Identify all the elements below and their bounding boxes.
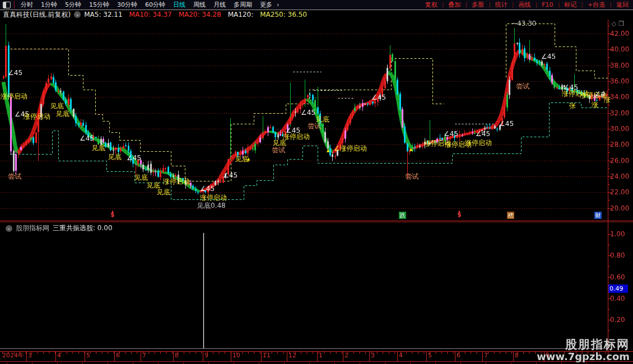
chart-annotation: 见底: [134, 174, 148, 181]
chart-annotation: ∠45: [301, 109, 315, 116]
axis-month-label: 1: [319, 352, 323, 358]
axis-month-label: 8: [175, 352, 179, 358]
chart-annotation: 尝试: [516, 83, 529, 90]
indicator-axis-label: 0.40: [610, 295, 625, 302]
chart-annotation: ∠45: [499, 120, 514, 127]
axis-month-label: 4: [57, 352, 61, 358]
price-axis-label: 36.00: [610, 78, 629, 85]
event-badge-跌[interactable]: 跌: [399, 212, 406, 219]
chart-annotation: ∠涨停启动: [334, 145, 367, 152]
axis-month-label: 10: [232, 352, 240, 358]
chart-annotation: ∠45: [444, 130, 458, 137]
menu-item-15分钟[interactable]: 15分钟: [85, 1, 113, 8]
menubar-divider: [14, 1, 15, 8]
axis-month-label: 6: [457, 352, 460, 358]
tool-item-叠加[interactable]: 叠加: [444, 1, 465, 9]
axis-month-label: 7: [484, 352, 488, 358]
chart-annotation: ∠45: [541, 53, 556, 60]
ma-value: MA120:: [228, 11, 254, 18]
axis-month-label: 7: [142, 352, 146, 358]
menu-item-更多[interactable]: 更多: [256, 1, 276, 8]
indicator-axis-label: 0.20: [610, 316, 625, 323]
chart-annotation: 涨停启动: [163, 178, 190, 185]
more-arrow-icon[interactable]: ›: [276, 1, 279, 8]
chart-annotation: 涨停启动: [200, 194, 227, 201]
signal-triangle-icon: ▲: [247, 157, 250, 161]
price-axis-label: 28.00: [610, 141, 629, 148]
axis-month-label: 5: [86, 352, 90, 358]
chevron-down-icon[interactable]: ⌄: [74, 11, 81, 18]
chart-annotation: ∠45: [371, 94, 386, 101]
tool-item-标记[interactable]: 标记: [560, 1, 581, 9]
watermark: 股朋指标网 www.7gpzb.com: [537, 338, 630, 362]
chart-canvas[interactable]: [0, 0, 633, 364]
chart-annotation: 张: [569, 102, 576, 109]
menu-item-1分钟[interactable]: 1分钟: [37, 1, 61, 8]
menu-item-多周期[interactable]: 多周期: [230, 1, 256, 8]
axis-month-label: 6: [116, 352, 120, 358]
axis-year-label: 2024年: [2, 352, 24, 358]
event-badge-财[interactable]: 财: [594, 212, 602, 219]
price-axis-label: 24.00: [610, 173, 629, 180]
chart-annotation: 见底0.48: [197, 202, 226, 209]
indicator-value-box: 0.49: [608, 284, 628, 293]
chart-annotation: 见底: [56, 110, 69, 117]
chart-annotation: 涨停启动: [465, 139, 492, 146]
price-axis-label: 40.00: [610, 46, 629, 53]
chevron-down-icon[interactable]: ⌄: [6, 225, 12, 232]
chart-annotation: 尝试: [272, 147, 285, 153]
price-axis-label: 42.00: [610, 30, 629, 37]
menu-item-5分钟[interactable]: 5分钟: [61, 1, 85, 8]
ma-value: MA5: 32.11: [84, 11, 122, 18]
tool-item-+自选[interactable]: +自选: [583, 1, 609, 9]
signal-triangle-icon: ▲: [409, 148, 412, 152]
ma-value: MA10: 34.37: [129, 11, 172, 18]
indicator-axis-label: 0.80: [610, 252, 625, 259]
chart-annotation: ∠45: [476, 130, 490, 137]
ma-value: MA20: 34.28: [179, 11, 221, 18]
menu-item-60分钟[interactable]: 60分钟: [141, 1, 169, 8]
chart-annotation: ∠45: [127, 155, 141, 161]
menu-item-周线[interactable]: 周线: [189, 1, 210, 8]
tool-item-F10[interactable]: F10: [537, 1, 557, 8]
chart-annotation: 见底: [157, 189, 170, 195]
dividend-marker-icon[interactable]: ▲$: [456, 210, 463, 217]
ma-value: MA250: 36.50: [260, 11, 307, 18]
menu-item-30分钟[interactable]: 30分钟: [113, 1, 141, 8]
chart-annotation: 尝试: [8, 173, 21, 180]
app-window: 分时1分钟5分钟15分钟30分钟60分钟日线周线月线多周期更多 › 复权|叠加|…: [0, 0, 633, 364]
price-axis-label: 30.00: [610, 125, 629, 132]
menu-item-月线[interactable]: 月线: [210, 1, 230, 8]
axis-month-label: 9: [204, 352, 208, 358]
menu-item-日线[interactable]: 日线: [169, 1, 189, 8]
indicator-header: ⌄ 股朋指标网 三重共振选股: 0.00: [2, 223, 113, 233]
tool-item-统计[interactable]: 统计: [491, 1, 512, 9]
chart-annotation: ∠45: [223, 172, 238, 179]
chart-annotation: ∠45: [8, 69, 22, 76]
chart-annotation: 尝试: [405, 173, 418, 180]
app-window-icon[interactable]: [3, 2, 11, 8]
symbol-title: 直真科技(日线.前复权): [3, 10, 71, 20]
symbol-bar: 直真科技(日线.前复权) ⌄ MA5: 32.11MA10: 34.37MA20…: [0, 10, 633, 19]
tool-item-画线[interactable]: 画线: [514, 1, 536, 9]
tool-item-返回[interactable]: 返回: [612, 1, 633, 9]
menu-item-分时[interactable]: 分时: [17, 1, 37, 8]
chart-annotation: ~43.30: [511, 20, 536, 27]
period-menu: 分时1分钟5分钟15分钟30分钟60分钟日线周线月线多周期更多: [17, 1, 276, 9]
event-badge-榜[interactable]: 榜: [507, 212, 514, 219]
tool-item-多股[interactable]: 多股: [467, 1, 488, 9]
chart-annotation: 尝试: [308, 123, 321, 129]
signal-triangle-icon: ▲: [327, 149, 329, 153]
chart-annotation: 见底: [92, 144, 105, 151]
watermark-url: www.7gpzb.com: [537, 351, 630, 362]
tool-item-复权[interactable]: 复权: [421, 1, 442, 9]
dividend-marker-icon[interactable]: ▲$: [109, 210, 116, 217]
axis-month-label: 4: [399, 352, 403, 358]
indicator-name-value: 三重共振选股: 0.00: [53, 223, 113, 233]
axis-month-label: 3: [28, 352, 32, 358]
chart-annotation: 涨停启动: [1, 93, 27, 100]
axis-month-label: 8: [515, 352, 519, 358]
watermark-site-name: 股朋指标网: [537, 338, 630, 351]
panel-corner-icons[interactable]: ◇❒: [612, 20, 626, 27]
price-axis-label: 32.00: [610, 110, 629, 116]
